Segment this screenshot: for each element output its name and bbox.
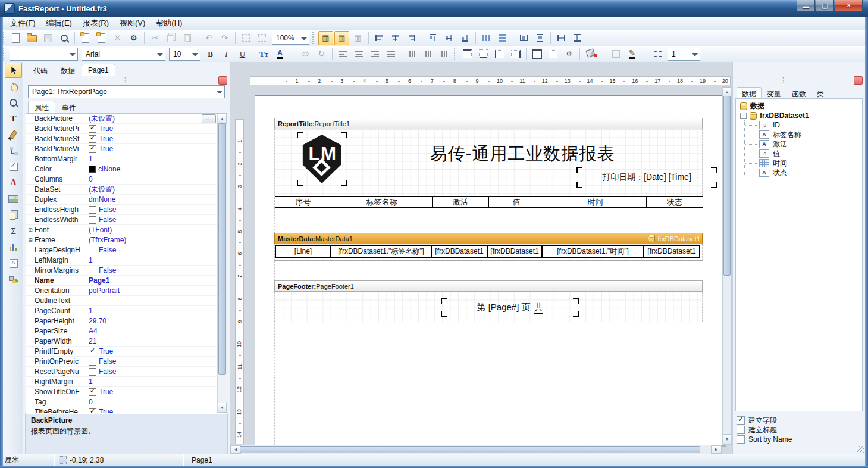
property-row[interactable]: PaperHeight 29.70 …: [26, 316, 227, 326]
checkbox-icon[interactable]: [89, 145, 96, 153]
text-object-tool[interactable]: A: [5, 175, 22, 191]
valign-bottom-button[interactable]: [437, 47, 452, 61]
property-row[interactable]: Frame (TfrxFrame) …: [26, 235, 227, 245]
align-right-edges-button[interactable]: [404, 31, 419, 45]
subreport-tool[interactable]: [5, 207, 22, 223]
align-vertical-centers-button[interactable]: [441, 31, 456, 45]
ellipsis-button[interactable]: …: [202, 114, 216, 123]
italic-button[interactable]: I: [219, 47, 234, 61]
checkbox-icon[interactable]: [89, 388, 96, 396]
property-value[interactable]: A4: [86, 327, 216, 335]
undo-button[interactable]: ↶: [201, 31, 216, 45]
bold-button[interactable]: B: [203, 47, 218, 61]
data-cell[interactable]: [frxDBDataset1: [643, 245, 700, 258]
property-value[interactable]: 1: [86, 377, 216, 386]
property-value[interactable]: True: [86, 388, 216, 396]
minimize-button[interactable]: ▬: [797, 0, 815, 12]
tree-field[interactable]: 激活: [745, 139, 861, 149]
snap-to-grid-button[interactable]: ▦: [334, 31, 349, 45]
text-align-center-button[interactable]: [352, 47, 366, 61]
property-row[interactable]: Orientation poPortrait …: [26, 286, 227, 296]
data-tree[interactable]: 数据 − frxDBDataset1 ID 标签名称: [735, 98, 863, 411]
property-value[interactable]: False: [86, 266, 216, 274]
property-row[interactable]: OutlineText …: [26, 296, 227, 306]
chart-tool[interactable]: [5, 239, 22, 255]
checkbox-icon[interactable]: [89, 135, 96, 143]
property-value[interactable]: True: [86, 145, 216, 153]
report-title-text[interactable]: 易传-通用工业数据报表: [374, 142, 671, 166]
checkbox-icon[interactable]: [89, 267, 96, 274]
property-value[interactable]: Page1: [86, 276, 216, 285]
scrollbar-thumb[interactable]: [240, 446, 700, 453]
inspector-tab[interactable]: 事件: [55, 101, 83, 114]
report-title-band-header[interactable]: ReportTitle: ReportTitle1: [274, 118, 703, 129]
property-value[interactable]: 1: [86, 307, 216, 315]
property-row[interactable]: Columns 0 …: [26, 174, 227, 185]
redo-button[interactable]: ↷: [217, 31, 232, 45]
scroll-right-button[interactable]: ▶: [711, 445, 722, 454]
table-header-cell[interactable]: 序号: [275, 196, 331, 208]
design-canvas[interactable]: 1234567891011121314151617181920 12345678…: [230, 62, 733, 454]
fill-color-button[interactable]: [583, 47, 598, 61]
zoom-select[interactable]: 100%: [272, 32, 309, 45]
page-footer-band-body[interactable]: 第 [Page#] 页 共: [274, 292, 703, 322]
show-grid-button[interactable]: ▦: [318, 31, 333, 45]
property-row[interactable]: ShowTitleOnF True …: [26, 387, 227, 397]
workspace-tab[interactable]: 数据: [54, 64, 82, 76]
dock-close-button[interactable]: [218, 76, 227, 85]
save-report-button[interactable]: [40, 31, 55, 45]
property-value[interactable]: False: [86, 205, 216, 214]
align-horizontal-centers-button[interactable]: [388, 31, 403, 45]
table-header-cell[interactable]: 标签名称: [331, 196, 433, 208]
property-value[interactable]: (TfrxFrame): [86, 236, 216, 244]
resize-grip[interactable]: [857, 446, 864, 453]
menu-item[interactable]: 帮助(H): [151, 17, 187, 30]
property-row[interactable]: Name Page1 …: [26, 276, 227, 286]
property-row[interactable]: LargeDesignH False …: [26, 245, 227, 255]
maximize-button[interactable]: ▢: [816, 0, 834, 12]
property-value[interactable]: False: [86, 216, 216, 224]
tree-root[interactable]: 数据: [737, 101, 861, 111]
text-align-justify-button[interactable]: [384, 47, 399, 61]
rotation-button[interactable]: ↻: [314, 47, 329, 61]
property-value[interactable]: True: [86, 135, 216, 143]
frame-settings-button[interactable]: ⚙: [562, 47, 576, 61]
frame-top-button[interactable]: [460, 47, 475, 61]
font-name-select[interactable]: Arial: [82, 48, 165, 61]
logo-object[interactable]: L M: [299, 133, 345, 185]
align-bottom-edges-button[interactable]: [457, 31, 472, 45]
new-page-button[interactable]: [78, 31, 93, 45]
fill-color-dropdown[interactable]: [599, 47, 607, 61]
toolbar-grip[interactable]: [454, 48, 457, 60]
data-cell[interactable]: [Line]: [275, 245, 331, 258]
cut-button[interactable]: ✂: [148, 31, 162, 45]
expand-icon[interactable]: [26, 237, 35, 243]
picture-tool[interactable]: [5, 191, 22, 207]
property-row[interactable]: EndlessHeigh False …: [26, 205, 227, 215]
report-page[interactable]: ReportTitle: ReportTitle1 L M 易传-通用工业数据报…: [255, 95, 725, 445]
scroll-down-button[interactable]: ▼: [218, 403, 227, 413]
property-value[interactable]: 21: [86, 337, 216, 345]
frame-left-button[interactable]: [492, 47, 507, 61]
property-scrollbar[interactable]: ▲ ▼: [217, 114, 227, 413]
frame-all-button[interactable]: [529, 47, 544, 61]
menu-item[interactable]: 编辑(E): [41, 17, 77, 30]
data-cell[interactable]: [frxDBDataset1: [487, 245, 543, 258]
underline-button[interactable]: U: [235, 47, 250, 61]
master-data-band-header[interactable]: MasterData: MasterData1 frxDBDataset1: [274, 233, 703, 244]
property-value[interactable]: 29.70: [86, 317, 216, 325]
property-row[interactable]: Color clNone …: [26, 164, 227, 174]
workspace-tab[interactable]: Page1: [82, 64, 115, 76]
property-row[interactable]: BackPicture (未设置) …: [26, 114, 227, 124]
zoom-tool[interactable]: [5, 95, 22, 110]
scroll-down-button[interactable]: ▼: [723, 434, 731, 444]
inspector-tab[interactable]: 属性: [28, 101, 55, 114]
line-color-dropdown[interactable]: [641, 47, 649, 61]
hand-tool[interactable]: [5, 79, 22, 94]
dock-handle-icon[interactable]: ⋮: [121, 76, 129, 84]
frame-right-button[interactable]: [508, 47, 523, 61]
property-row[interactable]: TitleBeforeHe True …: [26, 407, 227, 413]
property-row[interactable]: Font (TFont) …: [26, 225, 227, 235]
checkbox-icon[interactable]: [737, 426, 745, 434]
property-value[interactable]: (未设置): [86, 114, 202, 124]
